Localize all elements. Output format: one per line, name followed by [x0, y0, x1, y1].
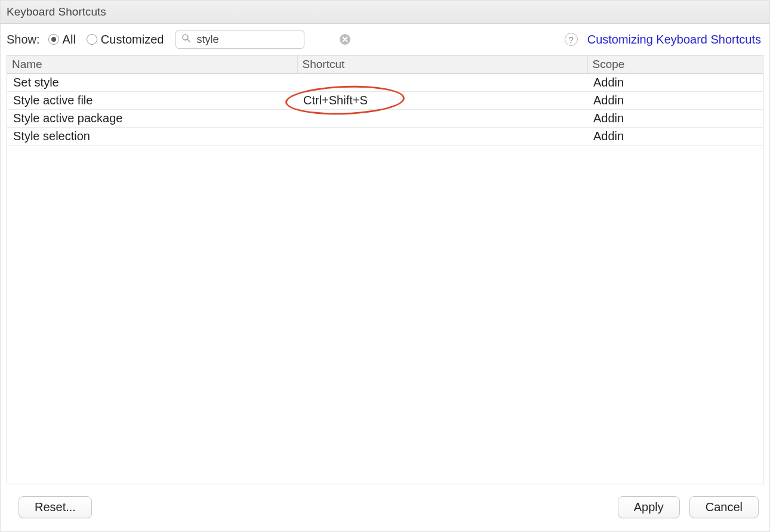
cell-shortcut[interactable]: Ctrl+Shift+S [297, 92, 587, 110]
radio-customized-label: Customized [101, 33, 164, 47]
show-radiogroup: All Customized [48, 33, 164, 47]
cell-scope: Addin [587, 110, 763, 128]
cell-name: Style active file [7, 92, 297, 110]
search-icon [181, 33, 192, 47]
radio-all-label: All [63, 33, 76, 47]
cell-name: Style selection [7, 128, 297, 146]
shortcuts-table-wrap: Name Shortcut Scope Set styleAddinStyle … [7, 55, 763, 484]
cell-name: Style active package [7, 110, 297, 128]
radio-dot-icon [87, 34, 97, 45]
cell-shortcut[interactable] [297, 74, 587, 92]
col-header-name[interactable]: Name [7, 55, 297, 74]
keyboard-shortcuts-dialog: Keyboard Shortcuts Show: All Customized [0, 0, 770, 532]
window-title: Keyboard Shortcuts [1, 1, 769, 24]
cell-name: Set style [7, 74, 297, 92]
table-row[interactable]: Style active packageAddin [7, 110, 763, 128]
help-icon[interactable]: ? [565, 33, 578, 46]
cell-shortcut[interactable] [297, 110, 587, 128]
radio-customized[interactable]: Customized [87, 33, 164, 47]
dialog-footer: Reset... Apply Cancel [1, 490, 769, 531]
toolbar: Show: All Customized [1, 24, 769, 55]
radio-all[interactable]: All [48, 33, 76, 47]
cell-shortcut[interactable] [297, 128, 587, 146]
reset-button[interactable]: Reset... [19, 496, 92, 518]
radio-dot-icon [48, 34, 59, 45]
show-label: Show: [7, 33, 40, 47]
search-input[interactable] [195, 33, 336, 47]
cell-scope: Addin [587, 128, 763, 146]
col-header-shortcut[interactable]: Shortcut [297, 55, 587, 74]
search-box[interactable] [175, 30, 304, 49]
help-link[interactable]: Customizing Keyboard Shortcuts [587, 33, 761, 47]
clear-search-icon[interactable] [340, 34, 350, 45]
col-header-scope[interactable]: Scope [587, 55, 763, 74]
svg-line-1 [188, 39, 191, 42]
table-row[interactable]: Set styleAddin [7, 74, 763, 92]
table-row[interactable]: Style selectionAddin [7, 128, 763, 146]
cancel-button[interactable]: Cancel [689, 496, 759, 518]
cell-scope: Addin [587, 92, 763, 110]
table-row[interactable]: Style active fileCtrl+Shift+SAddin [7, 92, 763, 110]
svg-point-0 [183, 35, 188, 40]
shortcuts-table: Name Shortcut Scope Set styleAddinStyle … [7, 55, 763, 146]
cell-scope: Addin [587, 74, 763, 92]
apply-button[interactable]: Apply [618, 496, 680, 518]
